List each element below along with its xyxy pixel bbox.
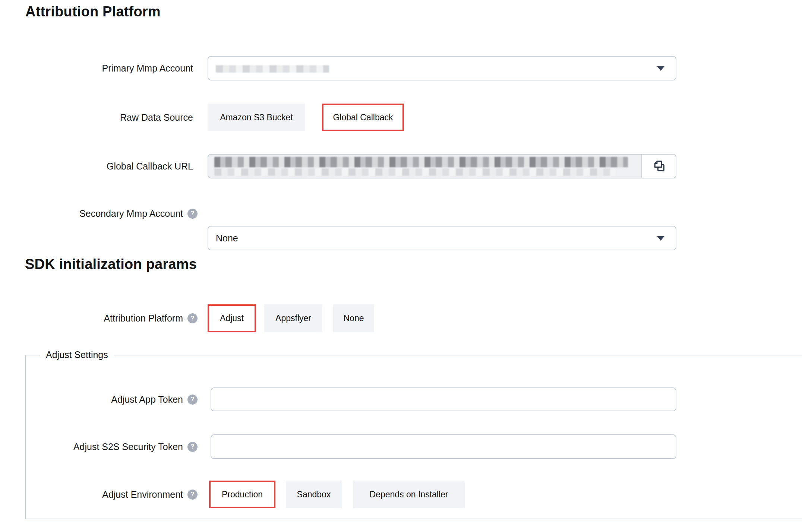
adjust-environment-label: Adjust Environment ? [0, 481, 198, 508]
copy-icon [652, 159, 666, 173]
help-icon[interactable]: ? [187, 313, 198, 323]
primary-mmp-account-label: Primary Mmp Account [0, 56, 193, 80]
global-callback-url-label-text: Global Callback URL [107, 161, 193, 172]
raw-data-source-label-text: Raw Data Source [120, 112, 193, 123]
attribution-platform-label-text: Attribution Platform [104, 313, 183, 324]
secondary-mmp-account-label: Secondary Mmp Account ? [0, 201, 198, 226]
secondary-mmp-account-value: None [216, 233, 238, 244]
attribution-platform-option-adjust[interactable]: Adjust [208, 304, 256, 332]
raw-data-source-label: Raw Data Source [0, 104, 193, 131]
adjust-s2s-security-token-label: Adjust S2S Security Token ? [0, 434, 198, 459]
raw-data-source-option-global-callback[interactable]: Global Callback [322, 104, 404, 131]
attribution-platform-option-none[interactable]: None [333, 304, 374, 332]
help-icon[interactable]: ? [187, 442, 198, 452]
adjust-environment-option-sandbox[interactable]: Sandbox [286, 481, 342, 508]
attribution-platform-label: Attribution Platform ? [0, 304, 198, 332]
adjust-app-token-label: Adjust App Token ? [0, 387, 198, 411]
dropdown-arrow-icon [657, 66, 664, 71]
primary-mmp-account-label-text: Primary Mmp Account [102, 63, 193, 74]
help-icon[interactable]: ? [187, 395, 198, 405]
secondary-mmp-account-select[interactable]: None [208, 226, 676, 250]
section-title-sdk-initialization-params: SDK initialization params [25, 256, 197, 272]
attribution-platform-option-appsflyer[interactable]: Appsflyer [264, 304, 322, 332]
global-callback-url-redacted-value [214, 157, 628, 176]
copy-url-button[interactable] [642, 154, 676, 178]
dropdown-arrow-icon [657, 236, 664, 241]
help-icon[interactable]: ? [187, 209, 198, 219]
adjust-app-token-input[interactable] [211, 387, 676, 411]
global-callback-url-label: Global Callback URL [0, 154, 193, 178]
adjust-app-token-label-text: Adjust App Token [111, 394, 183, 405]
adjust-environment-option-depends-on-installer[interactable]: Depends on Installer [353, 481, 465, 508]
primary-mmp-account-redacted-value [216, 64, 339, 73]
section-title-attribution-platform: Attribution Platform [25, 4, 161, 20]
adjust-environment-label-text: Adjust Environment [102, 489, 183, 500]
global-callback-url-field[interactable] [208, 154, 642, 178]
help-icon[interactable]: ? [187, 490, 198, 500]
raw-data-source-option-amazon-s3-bucket[interactable]: Amazon S3 Bucket [208, 104, 305, 131]
adjust-s2s-security-token-input[interactable] [211, 434, 676, 459]
secondary-mmp-account-label-text: Secondary Mmp Account [79, 208, 183, 219]
adjust-s2s-security-token-label-text: Adjust S2S Security Token [73, 441, 183, 452]
adjust-environment-option-production[interactable]: Production [209, 481, 275, 508]
primary-mmp-account-select[interactable] [208, 56, 676, 80]
adjust-settings-legend: Adjust Settings [40, 349, 114, 360]
